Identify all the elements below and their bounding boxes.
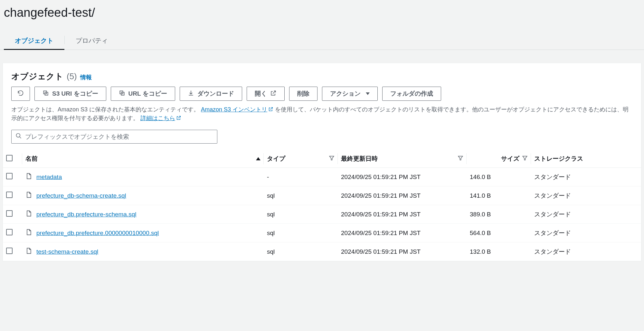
caret-down-icon xyxy=(366,92,370,95)
inventory-link[interactable]: Amazon S3 インベントリ xyxy=(201,106,273,113)
cell-size: 132.0 B xyxy=(467,242,531,261)
cell-last-modified: 2024/09/25 01:59:21 PM JST xyxy=(338,186,467,205)
cell-storage-class: スタンダード xyxy=(531,224,641,242)
cell-type: sql xyxy=(264,205,338,224)
filter-icon xyxy=(329,155,335,163)
panel-title: オブジェクト xyxy=(11,71,63,82)
column-label: タイプ xyxy=(267,155,285,163)
table-row: metadata - 2024/09/25 01:59:21 PM JST 14… xyxy=(3,168,641,186)
cell-storage-class: スタンダード xyxy=(531,242,641,261)
cell-size: 564.0 B xyxy=(467,224,531,242)
cell-type: sql xyxy=(264,242,338,261)
file-icon xyxy=(25,191,32,200)
file-icon xyxy=(25,247,32,256)
svg-marker-7 xyxy=(458,156,463,160)
cell-size: 146.0 B xyxy=(467,168,531,186)
row-checkbox[interactable] xyxy=(6,192,13,198)
sort-asc-icon xyxy=(256,157,260,160)
refresh-icon xyxy=(17,90,24,98)
tab-objects[interactable]: オブジェクト xyxy=(4,32,64,50)
column-header-name[interactable]: 名前 xyxy=(22,150,264,168)
cell-last-modified: 2024/09/25 01:59:21 PM JST xyxy=(338,224,467,242)
create-folder-button[interactable]: フォルダの作成 xyxy=(382,87,441,101)
create-folder-label: フォルダの作成 xyxy=(390,90,433,98)
table-row: test-schema-create.sql sql 2024/09/25 01… xyxy=(3,242,641,261)
actions-label: アクション xyxy=(330,90,361,98)
filter-icon xyxy=(522,155,528,163)
table-row: prefecture_db-schema-create.sql sql 2024… xyxy=(3,186,641,205)
column-label: サイズ xyxy=(501,155,519,163)
tab-bar: オブジェクト プロパティ xyxy=(0,32,644,50)
refresh-button[interactable] xyxy=(11,87,30,101)
cell-size: 141.0 B xyxy=(467,186,531,205)
file-icon xyxy=(25,172,32,182)
row-checkbox[interactable] xyxy=(6,173,13,179)
external-link-icon xyxy=(268,106,273,111)
actions-button[interactable]: アクション xyxy=(322,87,378,101)
object-link[interactable]: test-schema-create.sql xyxy=(36,248,98,255)
cell-storage-class: スタンダード xyxy=(531,205,641,224)
object-link[interactable]: prefecture_db.prefecture-schema.sql xyxy=(36,211,137,218)
download-label: ダウンロード xyxy=(197,90,234,98)
select-all-checkbox[interactable] xyxy=(6,155,13,161)
object-link[interactable]: prefecture_db.prefecture.0000000010000.s… xyxy=(36,230,159,237)
svg-marker-8 xyxy=(523,156,527,160)
copy-icon xyxy=(119,90,125,98)
object-link[interactable]: metadata xyxy=(36,174,62,181)
cell-size: 389.0 B xyxy=(467,205,531,224)
learn-more-link[interactable]: 詳細はこちら xyxy=(140,115,181,121)
download-button[interactable]: ダウンロード xyxy=(180,87,242,101)
copy-s3-uri-label: S3 URI をコピー xyxy=(52,90,98,98)
column-label: 名前 xyxy=(25,155,38,163)
cell-type: - xyxy=(264,168,338,186)
row-checkbox[interactable] xyxy=(6,210,13,217)
search-box[interactable] xyxy=(11,130,217,144)
toolbar: S3 URI をコピー URL をコピー ダウンロード 開く 削除 アクション xyxy=(11,87,633,101)
panel-description: オブジェクトは、Amazon S3 に保存された基本的なエンティティです。 Am… xyxy=(11,105,633,123)
cell-type: sql xyxy=(264,186,338,205)
cell-last-modified: 2024/09/25 01:59:21 PM JST xyxy=(338,205,467,224)
objects-table: 名前 タイプ 最終更新日時 サイズ ストレージクラス xyxy=(3,150,641,261)
file-icon xyxy=(25,228,32,238)
table-row: prefecture_db.prefecture.0000000010000.s… xyxy=(3,224,641,242)
search-input[interactable] xyxy=(25,133,213,140)
row-checkbox[interactable] xyxy=(6,229,13,235)
svg-point-4 xyxy=(16,134,20,137)
object-link[interactable]: prefecture_db-schema-create.sql xyxy=(36,192,126,199)
column-header-type[interactable]: タイプ xyxy=(264,150,338,168)
column-label: 最終更新日時 xyxy=(341,155,378,163)
table-row: prefecture_db.prefecture-schema.sql sql … xyxy=(3,205,641,224)
copy-url-button[interactable]: URL をコピー xyxy=(111,87,175,101)
copy-url-label: URL をコピー xyxy=(128,90,167,98)
cell-last-modified: 2024/09/25 01:59:21 PM JST xyxy=(338,242,467,261)
cell-type: sql xyxy=(264,224,338,242)
copy-s3-uri-button[interactable]: S3 URI をコピー xyxy=(34,87,106,101)
column-header-last-modified[interactable]: 最終更新日時 xyxy=(338,150,467,168)
info-link[interactable]: 情報 xyxy=(80,73,92,81)
svg-marker-6 xyxy=(329,156,334,160)
column-label: ストレージクラス xyxy=(534,155,583,163)
file-icon xyxy=(25,210,32,219)
filter-icon xyxy=(458,155,463,163)
download-icon xyxy=(188,90,194,98)
panel-count: (5) xyxy=(67,71,77,81)
svg-line-5 xyxy=(20,137,21,138)
description-part1: オブジェクトは、Amazon S3 に保存された基本的なエンティティです。 xyxy=(11,106,199,113)
objects-panel: オブジェクト (5) 情報 S3 URI をコピー URL をコピー ダウンロー… xyxy=(3,63,641,261)
page-title: changefeed-test/ xyxy=(4,6,640,20)
open-label: 開く xyxy=(255,90,267,98)
delete-label: 削除 xyxy=(297,90,309,98)
external-link-icon xyxy=(270,90,277,98)
open-button[interactable]: 開く xyxy=(247,87,285,101)
row-checkbox[interactable] xyxy=(6,248,13,254)
column-header-storage-class[interactable]: ストレージクラス xyxy=(531,150,641,168)
cell-last-modified: 2024/09/25 01:59:21 PM JST xyxy=(338,168,467,186)
search-icon xyxy=(15,133,22,141)
cell-storage-class: スタンダード xyxy=(531,168,641,186)
delete-button[interactable]: 削除 xyxy=(289,87,317,101)
copy-icon xyxy=(43,90,49,98)
tab-properties[interactable]: プロパティ xyxy=(65,32,119,50)
external-link-icon xyxy=(176,114,181,119)
cell-storage-class: スタンダード xyxy=(531,186,641,205)
column-header-size[interactable]: サイズ xyxy=(467,150,531,168)
